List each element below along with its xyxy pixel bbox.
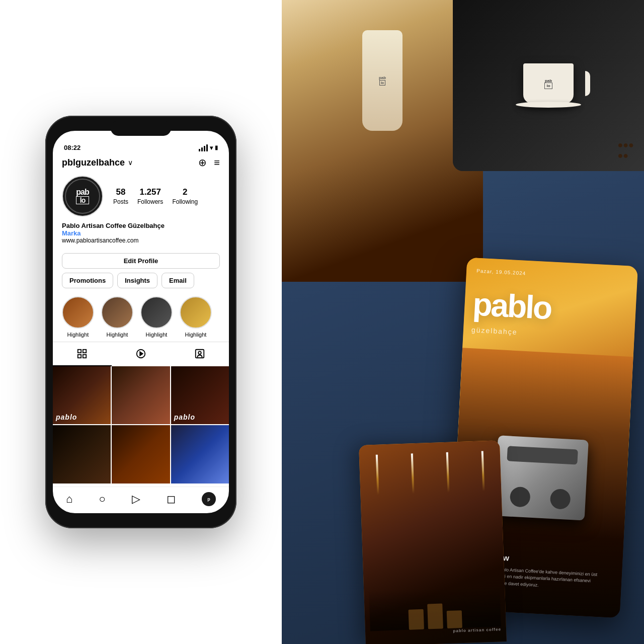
highlight-circle-1 (62, 296, 94, 329)
top-nav: pblguzelbahce ∨ ⊕ ≡ (53, 153, 229, 173)
followers-label: Followers (137, 198, 163, 205)
cafe-interior: pablo artisan coffee (359, 440, 507, 644)
nav-icons: ⊕ ≡ (198, 156, 220, 169)
highlight-item-3[interactable]: Highlight (140, 296, 173, 338)
avatar: pab lo (62, 176, 103, 217)
cafe-light-3 (446, 452, 450, 493)
grid-label-3: pablo (174, 413, 195, 421)
cafe-tables (369, 586, 501, 631)
bio-name: Pablo Artisan Coffee Güzelbahçe (62, 222, 220, 229)
content-tabs (53, 342, 229, 366)
stat-posts: 58 Posts (113, 187, 128, 205)
bottom-nav: ⌂ ○ ▷ ◻ p (53, 487, 229, 513)
stat-following: 2 Following (172, 187, 198, 205)
tab-reels[interactable] (112, 342, 171, 366)
svg-point-7 (198, 351, 201, 354)
home-icon[interactable]: ⌂ (66, 493, 72, 506)
story-sub: güzelbahçe (471, 326, 518, 336)
highlight-circle-2 (101, 296, 133, 329)
grid-label-1: pablo (56, 413, 77, 421)
profile-nav-icon[interactable]: p (202, 492, 216, 506)
search-nav-icon[interactable]: ○ (99, 493, 105, 506)
highlight-label-2: Highlight (107, 332, 128, 338)
highlight-label-1: Highlight (67, 332, 89, 338)
bio-url: www.pabloartisancoffee.com (62, 237, 220, 244)
cafe-brand-area: pablo artisan coffee (453, 627, 501, 633)
highlight-item-2[interactable]: Highlight (101, 296, 133, 338)
wifi-icon: ▾ (210, 144, 213, 151)
highlight-item-1[interactable]: Highlight (62, 296, 94, 338)
insights-button[interactable]: Insights (117, 273, 157, 288)
grid-cell-2[interactable] (112, 366, 170, 424)
story-date: Pazar, 19.05.2024 (476, 268, 526, 276)
cafe-interior-card: pablo artisan coffee (359, 440, 507, 644)
status-bar: 08:22 ▾ ▮ (53, 137, 229, 153)
tab-grid[interactable] (53, 342, 112, 366)
cafe-light-1 (376, 455, 379, 495)
highlight-label-4: Highlight (185, 332, 207, 338)
grid-cell-5[interactable] (112, 425, 170, 483)
phone-notch (111, 121, 171, 136)
avatar-logo: pab lo (76, 188, 89, 204)
bio-tag: Marka (62, 229, 220, 237)
email-button[interactable]: Email (162, 273, 194, 288)
signal-bar-1 (199, 149, 200, 151)
battery-icon: ▮ (215, 144, 218, 151)
status-time: 08:22 (64, 144, 80, 151)
following-count: 2 (183, 187, 187, 197)
photo-grid-section: pablo pablo (53, 366, 229, 487)
action-buttons: Edit Profile (53, 249, 229, 273)
posts-label: Posts (113, 198, 128, 205)
profile-section: pab lo 58 Posts 1.257 Followers (53, 173, 229, 249)
phone-frame: 08:22 ▾ ▮ pblguzelbahce ∨ (45, 116, 236, 528)
right-panel: pablo pablo ●●●●● Pazar, 19.05.2024 pabl… (282, 0, 644, 644)
left-panel: 08:22 ▾ ▮ pblguzelbahce ∨ (0, 0, 282, 644)
promotions-button[interactable]: Promotions (62, 273, 113, 288)
svg-marker-5 (140, 352, 143, 355)
signal-bar-3 (204, 146, 205, 151)
cafe-light-2 (411, 453, 415, 494)
highlight-circle-4 (180, 296, 212, 329)
edit-profile-button[interactable]: Edit Profile (62, 253, 220, 269)
reels-nav-icon[interactable]: ▷ (132, 493, 140, 506)
signal-bar-4 (206, 144, 208, 151)
highlights-section: Highlight Highlight Highlight Highlight (53, 292, 229, 342)
profile-row: pab lo 58 Posts 1.257 Followers (62, 176, 220, 217)
highlight-circle-3 (140, 296, 173, 329)
grid-cell-1[interactable]: pablo (53, 366, 111, 424)
following-label: Following (172, 198, 198, 205)
phone-screen: 08:22 ▾ ▮ pblguzelbahce ∨ (53, 131, 229, 513)
cafe-lights (359, 450, 502, 496)
signal-bar-2 (201, 147, 203, 151)
story-brand: pablo (472, 288, 552, 324)
followers-count: 1.257 (139, 187, 161, 197)
highlight-label-3: Highlight (146, 332, 168, 338)
highlight-item-4[interactable]: Highlight (180, 296, 212, 338)
stat-followers: 1.257 Followers (137, 187, 163, 205)
shop-icon[interactable]: ◻ (167, 493, 176, 506)
menu-icon[interactable]: ≡ (214, 157, 220, 169)
stats-row: 58 Posts 1.257 Followers 2 Following (113, 187, 220, 205)
secondary-buttons: Promotions Insights Email (53, 273, 229, 292)
svg-rect-3 (83, 355, 86, 358)
coffee-cup-photo: pablo ●●●●● (453, 0, 644, 171)
status-icons: ▾ ▮ (199, 144, 218, 151)
grid-cell-6[interactable] (171, 425, 229, 483)
chevron-down-icon[interactable]: ∨ (128, 158, 133, 167)
posts-count: 58 (116, 187, 126, 197)
add-icon[interactable]: ⊕ (198, 156, 207, 169)
svg-rect-1 (83, 350, 86, 353)
bio-section: Pablo Artisan Coffee Güzelbahçe Marka ww… (62, 222, 220, 244)
cafe-light-4 (481, 451, 485, 491)
avatar-inner: pab lo (65, 179, 100, 214)
username-row[interactable]: pblguzelbahce ∨ (62, 157, 133, 168)
photo-grid: pablo pablo (53, 366, 229, 484)
svg-rect-2 (78, 355, 81, 358)
grid-cell-3[interactable]: pablo (171, 366, 229, 424)
tab-tagged[interactable] (170, 342, 229, 366)
username-label: pblguzelbahce (62, 157, 125, 168)
svg-rect-0 (78, 350, 81, 353)
grid-cell-4[interactable] (53, 425, 111, 483)
